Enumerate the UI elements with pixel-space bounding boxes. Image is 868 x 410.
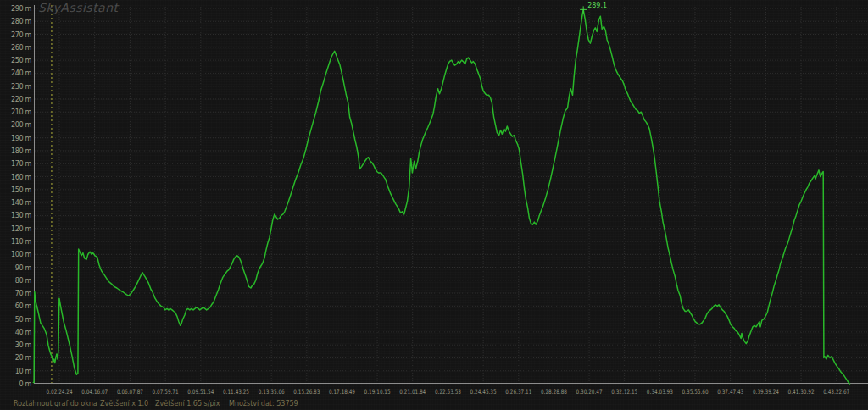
svg-text:0:37:47.43: 0:37:47.43 — [717, 388, 743, 396]
svg-text:0:11:43.25: 0:11:43.25 — [223, 388, 249, 396]
svg-text:210 m: 210 m — [11, 108, 32, 116]
svg-text:40 m: 40 m — [15, 329, 32, 336]
svg-text:200 m: 200 m — [11, 121, 32, 129]
x-axis-labels: 0:02:24.240:04:16.070:06:07.870:07:59.71… — [47, 388, 850, 396]
statusbar-zoom-resolution: Zvětšení 1.65 s/pix — [155, 400, 220, 407]
svg-text:0:19:10.15: 0:19:10.15 — [364, 388, 391, 396]
svg-text:0:07:59.71: 0:07:59.71 — [153, 388, 179, 396]
svg-text:30 m: 30 m — [15, 341, 32, 349]
peak-value-label: 289.1 — [587, 2, 607, 9]
statusbar-zoom-factor: Zvětšení x 1.0 — [100, 400, 148, 407]
svg-text:230 m: 230 m — [11, 83, 32, 91]
svg-text:220 m: 220 m — [11, 96, 32, 103]
svg-text:10 m: 10 m — [15, 368, 32, 375]
svg-text:170 m: 170 m — [11, 160, 32, 168]
svg-text:0:35:55.60: 0:35:55.60 — [682, 388, 709, 396]
svg-text:0:15:26.83: 0:15:26.83 — [293, 388, 320, 396]
svg-text:0:09:51.54: 0:09:51.54 — [187, 388, 214, 396]
svg-text:0:13:35.06: 0:13:35.06 — [259, 388, 285, 396]
svg-text:150 m: 150 m — [11, 186, 32, 194]
svg-text:0:24:45.35: 0:24:45.35 — [470, 388, 497, 396]
svg-text:20 m: 20 m — [15, 354, 32, 362]
svg-text:0:06:07.87: 0:06:07.87 — [117, 388, 143, 396]
statusbar-data-count: Množství dat: 53759 — [229, 400, 298, 407]
svg-text:140 m: 140 m — [11, 199, 32, 207]
svg-text:0:43:22.67: 0:43:22.67 — [823, 388, 849, 396]
svg-text:0:34:03.93: 0:34:03.93 — [647, 388, 673, 396]
elevation-line — [33, 10, 849, 385]
svg-text:50 m: 50 m — [15, 316, 32, 324]
svg-text:90 m: 90 m — [15, 264, 32, 272]
svg-text:120 m: 120 m — [11, 225, 32, 233]
svg-text:0 m: 0 m — [19, 380, 31, 388]
svg-text:250 m: 250 m — [11, 57, 32, 64]
svg-text:160 m: 160 m — [11, 174, 32, 181]
elevation-chart[interactable]: 0 m10 m20 m30 m40 m50 m60 m70 m80 m90 m1… — [0, 0, 868, 396]
svg-text:0:32:12.15: 0:32:12.15 — [611, 388, 637, 396]
svg-text:0:21:01.84: 0:21:01.84 — [399, 388, 426, 396]
svg-text:270 m: 270 m — [11, 31, 32, 39]
svg-text:260 m: 260 m — [11, 44, 32, 52]
svg-text:130 m: 130 m — [11, 212, 32, 219]
svg-text:0:41:30.92: 0:41:30.92 — [788, 388, 815, 396]
svg-text:240 m: 240 m — [11, 69, 32, 77]
svg-text:60 m: 60 m — [15, 302, 32, 310]
y-axis-labels: 0 m10 m20 m30 m40 m50 m60 m70 m80 m90 m1… — [11, 5, 32, 388]
svg-text:0:28:28.88: 0:28:28.88 — [541, 388, 567, 396]
svg-text:0:02:24.24: 0:02:24.24 — [47, 388, 73, 396]
svg-text:0:30:20.47: 0:30:20.47 — [576, 388, 603, 396]
svg-text:290 m: 290 m — [11, 5, 32, 13]
statusbar-stretch-graph-command[interactable]: Roztáhnout graf do okna — [14, 400, 97, 407]
svg-text:190 m: 190 m — [11, 135, 32, 142]
chart-axes — [34, 5, 868, 384]
status-bar: Roztáhnout graf do okna Zvětšení x 1.0 Z… — [0, 396, 868, 410]
svg-text:70 m: 70 m — [15, 290, 32, 297]
svg-text:0:26:37.11: 0:26:37.11 — [505, 388, 531, 396]
svg-text:0:04:16.07: 0:04:16.07 — [81, 388, 108, 396]
svg-text:280 m: 280 m — [11, 18, 32, 25]
svg-text:180 m: 180 m — [11, 147, 32, 155]
svg-text:80 m: 80 m — [15, 277, 32, 285]
svg-text:100 m: 100 m — [11, 251, 32, 258]
chart-gridlines — [35, 7, 868, 383]
svg-text:0:39:39.24: 0:39:39.24 — [753, 388, 779, 396]
svg-text:0:22:53.53: 0:22:53.53 — [435, 388, 461, 396]
svg-text:0:17:18.49: 0:17:18.49 — [329, 388, 355, 396]
skyassistant-window: 0 m10 m20 m30 m40 m50 m60 m70 m80 m90 m1… — [0, 0, 868, 410]
svg-text:110 m: 110 m — [11, 238, 32, 246]
